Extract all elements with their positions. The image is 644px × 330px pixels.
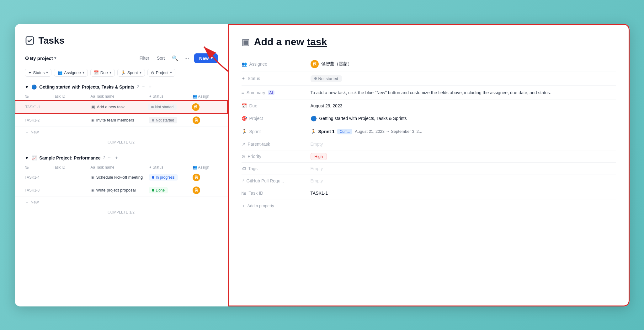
project-field-icon: 🎯	[242, 116, 247, 121]
section-more-icon-2[interactable]: ···	[108, 155, 112, 160]
sprint-icon: 🏃	[121, 70, 126, 75]
section-title-2: Sample Project: Performance	[39, 155, 100, 160]
section-count: 2	[137, 84, 139, 89]
github-value[interactable]: Empty	[311, 178, 616, 183]
chevron-down-icon: ▾	[54, 56, 56, 60]
status-dot	[314, 77, 317, 80]
due-icon: 📅	[94, 70, 99, 75]
task-type-icon: ▣	[91, 175, 94, 180]
status-value[interactable]: Not started	[311, 75, 616, 82]
sprint-value[interactable]: 🏃 Sprint 1 Curr... August 21, 2023 → Sep…	[311, 129, 616, 134]
filter-chips-row: ✦ Status ▾ 👥 Assignee ▾ 📅 Due ▾ 🏃 Sprint…	[15, 69, 228, 81]
status-dot	[152, 189, 154, 192]
section-performance: ▼ 📈 Sample Project: Performance 2 ··· ＋ …	[15, 152, 228, 217]
section-header-2: ▼ 📈 Sample Project: Performance 2 ··· ＋	[15, 152, 228, 164]
filter-button[interactable]: Filter	[138, 54, 151, 62]
add-icon-2: ＋	[25, 199, 29, 205]
task-assignee-cell: 侯	[193, 187, 218, 194]
section-more-icon[interactable]: ···	[142, 84, 146, 89]
add-icon: ＋	[25, 129, 29, 135]
section-project-icon: 🔵	[31, 84, 37, 89]
add-property-row[interactable]: ＋ Add a property	[242, 199, 616, 213]
parent-task-value[interactable]: Empty	[311, 142, 616, 147]
field-project: 🎯 Project 🔵 Getting started with Project…	[242, 112, 616, 125]
task-status-cell: Not started	[149, 117, 193, 123]
main-card: Tasks ⊙ By project ▾ Filter Sort 🔍 ··· N…	[15, 24, 630, 306]
add-property-icon: ＋	[242, 203, 246, 209]
filter-assignee[interactable]: 👥 Assignee ▾	[54, 69, 88, 77]
status-dot	[151, 106, 154, 108]
task-status-cell: Done	[149, 187, 193, 193]
by-project-button[interactable]: ⊙ By project ▾	[25, 55, 56, 61]
task-id-cell: TASK1-1	[25, 105, 54, 109]
detail-header-icon: ▣	[242, 37, 250, 47]
project-chevron-icon: ▾	[170, 70, 172, 75]
assignee-field-icon: 👥	[242, 62, 247, 67]
task-assignee-cell: 侯	[193, 116, 218, 124]
filter-due[interactable]: 📅 Due ▾	[90, 69, 115, 77]
ai-badge: AI	[268, 90, 274, 95]
section-collapse-icon[interactable]: ▼	[25, 84, 29, 89]
parent-task-field-icon: ↗	[242, 142, 245, 147]
task-status-cell: In progress	[149, 174, 193, 181]
task-row[interactable]: TASK1-3 ▣ Write project proposal Done 侯	[15, 184, 228, 197]
toolbar: ⊙ By project ▾ Filter Sort 🔍 ··· New ▾	[15, 53, 228, 69]
section-title: Getting started with Projects, Tasks & S…	[39, 84, 134, 89]
tags-field-icon: 🏷	[242, 166, 246, 171]
task-row[interactable]: TASK1-4 ▣ Schedule kick-off meeting In p…	[15, 171, 228, 184]
add-new-row-1[interactable]: ＋ New	[15, 127, 228, 138]
sprint-field-icon: 🏃	[242, 129, 247, 134]
table-header-row-2: № Task ID Aa Task name ✦ Status 👥 Assign	[15, 164, 228, 171]
status-chevron-icon: ▾	[46, 70, 48, 75]
task-name-cell: ▣ Write project proposal	[91, 188, 149, 192]
assignee-value[interactable]: 侯 侯智薰（雷蒙）	[311, 60, 616, 68]
status-dot	[152, 119, 154, 122]
tasks-header: Tasks	[15, 35, 228, 53]
detail-header: ▣ Add a new task	[242, 36, 616, 48]
tags-value[interactable]: Empty	[311, 166, 616, 171]
current-badge: Curr...	[337, 129, 353, 134]
task-assignee-cell: 侯	[192, 103, 217, 111]
add-new-row-2[interactable]: ＋ New	[15, 197, 228, 208]
assignee-chevron-icon: ▾	[82, 70, 84, 75]
new-button[interactable]: New ▾	[194, 53, 218, 63]
status-icon: ✦	[28, 70, 32, 75]
summary-field-icon: ≡	[242, 90, 244, 95]
field-due: 📅 Due August 29, 2023	[242, 100, 616, 112]
sprint-run-icon: 🏃	[311, 129, 316, 134]
section-add-icon[interactable]: ＋	[148, 84, 152, 90]
priority-value[interactable]: High	[311, 154, 616, 159]
due-chevron-icon: ▾	[109, 70, 111, 75]
more-options-button[interactable]: ···	[183, 54, 190, 63]
section-project-icon-2: 📈	[31, 155, 37, 160]
task-type-icon: ▣	[91, 188, 94, 192]
project-link-icon: 🔵	[311, 116, 317, 122]
section-collapse-icon-2[interactable]: ▼	[25, 155, 29, 160]
sort-button[interactable]: Sort	[155, 54, 167, 62]
filter-status[interactable]: ✦ Status ▾	[25, 69, 52, 77]
field-task-id: № Task ID TASK1-1	[242, 187, 616, 199]
task-name-cell: ▣ Schedule kick-off meeting	[91, 175, 149, 180]
section-getting-started: ▼ 🔵 Getting started with Projects, Tasks…	[15, 81, 228, 147]
search-button[interactable]: 🔍	[171, 54, 179, 62]
task-id-field-icon: №	[242, 191, 246, 196]
project-value[interactable]: 🔵 Getting started with Projects, Tasks &…	[311, 116, 616, 122]
right-panel: ▣ Add a new task 👥 Assignee 侯 侯智薰（雷蒙）	[228, 24, 630, 306]
due-value[interactable]: August 29, 2023	[311, 103, 616, 108]
task-row[interactable]: TASK1-1 ▣ Add a new task Not started 侯	[15, 100, 228, 114]
section-add-icon-2[interactable]: ＋	[114, 155, 119, 161]
filter-sprint[interactable]: 🏃 Sprint ▾	[117, 69, 145, 77]
filter-project[interactable]: ⊙ Project ▾	[147, 69, 175, 77]
task-type-icon: ▣	[91, 105, 95, 109]
field-github: ⑂ GitHub Pull Requ... Empty	[242, 175, 616, 187]
section-header-1: ▼ 🔵 Getting started with Projects, Tasks…	[15, 81, 228, 93]
github-field-icon: ⑂	[242, 178, 244, 183]
left-panel: Tasks ⊙ By project ▾ Filter Sort 🔍 ··· N…	[15, 24, 228, 306]
status-field-icon: ✦	[242, 76, 245, 81]
sprint-chevron-icon: ▾	[140, 70, 141, 75]
task-row[interactable]: TASK1-2 ▣ Invite team members Not starte…	[15, 114, 228, 127]
task-id-cell: TASK1-4	[25, 175, 53, 180]
complete-row-2: COMPLETE 1/2	[15, 208, 228, 217]
field-assignee: 👥 Assignee 侯 侯智薰（雷蒙）	[242, 57, 616, 72]
task-status-cell: Not started	[148, 104, 192, 110]
